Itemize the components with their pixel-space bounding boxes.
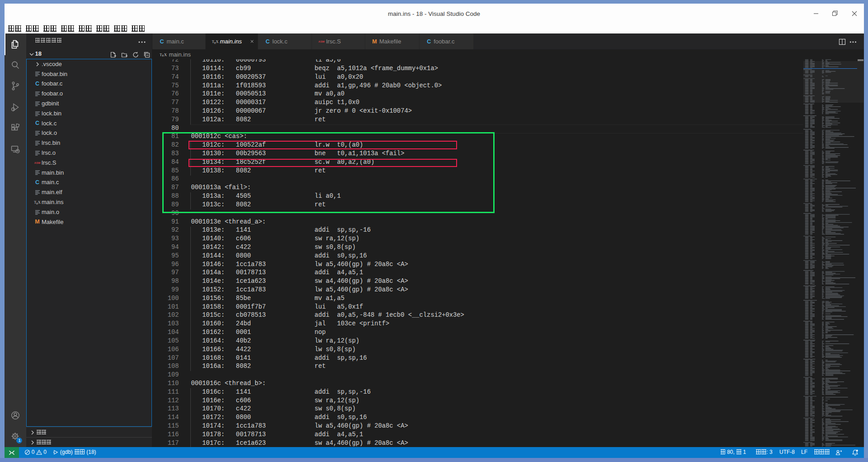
- svg-text:TEX: TEX: [160, 52, 167, 57]
